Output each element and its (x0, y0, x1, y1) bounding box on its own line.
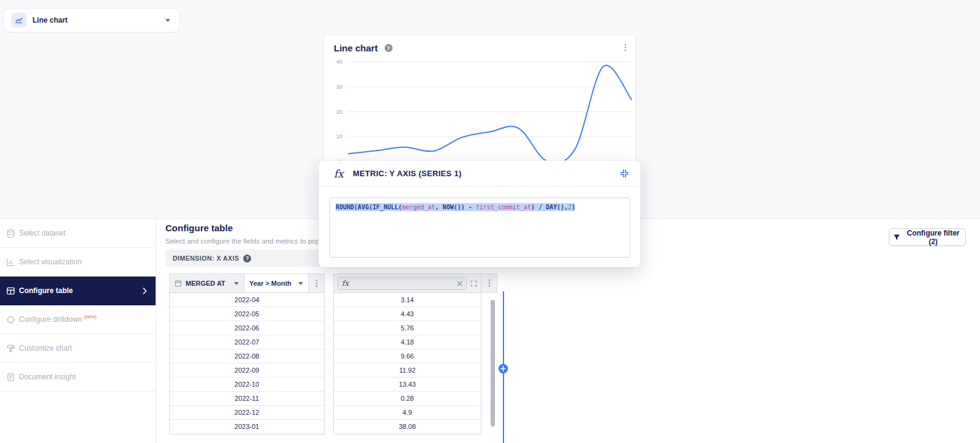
metric-cell: 4.18 (334, 335, 481, 349)
fx-icon: fx (342, 279, 349, 288)
modal-title: METRIC: Y AXIS (SERIES 1) (353, 169, 462, 178)
formula-token: , (435, 204, 443, 210)
metric-table: fx 3.144.435.764.189.6611.9213.430.284.9… (333, 274, 481, 434)
metric-cell: 13.43 (334, 378, 481, 392)
dimension-cell: 2022-09 (170, 363, 324, 378)
page-title: Configure table (165, 223, 233, 233)
chevron-down-icon (234, 282, 239, 285)
metric-cell: 11.92 (334, 363, 481, 378)
svg-text:20: 20 (336, 109, 342, 115)
dimension-cell: 2022-04 (170, 293, 324, 307)
formula-token: first_commit_at (476, 204, 531, 210)
sidebar-item-label: Configure table (19, 286, 73, 295)
sidebar-item-customize-chart[interactable]: Customize chart (0, 334, 156, 363)
add-series-button[interactable] (498, 363, 508, 374)
granularity-label: Year > Month (249, 280, 292, 287)
formula-token: ROUND(AVG(IF_NULL( (336, 204, 402, 210)
metric-cell: 5.76 (334, 321, 481, 335)
drilldown-icon (6, 315, 15, 324)
metric-cell: 4.43 (334, 307, 481, 321)
metric-cell: 9.66 (334, 349, 481, 363)
sidebar-item-label: Select dataset (19, 229, 66, 237)
sidebar-item-select-dataset[interactable]: Select dataset (0, 219, 156, 248)
close-icon[interactable] (457, 281, 462, 286)
dimension-cell: 2022-12 (170, 406, 324, 420)
formula-code-line: ROUND(AVG(IF_NULL(merged_at, NOW()) - fi… (330, 198, 630, 216)
kebab-menu-icon (488, 279, 491, 287)
formula-selected-text: ROUND(AVG(IF_NULL(merged_at, NOW()) - fi… (336, 203, 575, 211)
formula-editor[interactable]: ROUND(AVG(IF_NULL(merged_at, NOW()) - fi… (330, 198, 630, 258)
metric-cell: 0.28 (334, 392, 481, 406)
beta-badge: (beta) (84, 314, 97, 319)
help-icon[interactable]: ? (385, 44, 393, 52)
sidebar-item-configure-table[interactable]: Configure table (0, 277, 156, 305)
filter-icon (893, 234, 900, 241)
sidebar-item-label: Select visualization (19, 258, 81, 266)
metric-formula-modal: fx METRIC: Y AXIS (SERIES 1) ROUND(AVG(I… (318, 160, 641, 267)
metric-cell: 3.14 (334, 293, 481, 307)
dimension-field-label: MERGED AT (186, 280, 225, 287)
page-subtitle: Select and configure the fields and metr… (165, 237, 344, 245)
paint-roller-icon (6, 344, 15, 353)
dimension-field-dropdown[interactable]: MERGED AT (170, 274, 244, 292)
formula-token: ) (571, 204, 575, 210)
chevron-right-icon (143, 288, 147, 294)
dimension-cell: 2022-08 (170, 349, 324, 363)
metric-cell: 38.08 (334, 420, 481, 434)
dimension-cell: 2022-10 (170, 378, 324, 392)
metric-column-menu[interactable] (481, 274, 497, 292)
dimension-cell: 2022-11 (170, 392, 324, 406)
metric-formula-input[interactable]: fx (337, 277, 467, 290)
svg-text:30: 30 (336, 84, 342, 90)
dimension-cell: 2023-01 (170, 420, 324, 434)
dimension-section-label: DIMENSION: X AXIS (173, 255, 239, 262)
help-icon[interactable]: ? (243, 255, 251, 262)
chart-title: Line chart (334, 43, 378, 53)
compress-icon[interactable] (620, 169, 629, 178)
sidebar-item-select-visualization[interactable]: Select visualization (0, 248, 156, 277)
sidebar-item-configure-drilldown[interactable]: Configure drilldown(beta) (0, 305, 156, 334)
dimension-table: MERGED AT Year > Month 2022-042022-05202… (169, 274, 325, 434)
line-chart-icon (12, 13, 26, 28)
chevron-down-icon (298, 282, 303, 285)
visualization-selector-label: Line chart (32, 16, 67, 24)
formula-token: ) / DAY(), (531, 204, 568, 210)
database-icon (6, 229, 15, 238)
dimension-column-menu[interactable] (309, 274, 324, 292)
dimension-rows: 2022-042022-052022-062022-072022-082022-… (170, 293, 324, 434)
kebab-menu-icon (315, 280, 318, 288)
formula-token: merged_at (402, 204, 435, 210)
line-chart-plot: 010203040 (324, 57, 636, 166)
sidebar: Select datasetSelect visualizationConfig… (0, 219, 156, 443)
svg-text:40: 40 (336, 59, 342, 65)
svg-text:10: 10 (336, 133, 342, 140)
dimension-cell: 2022-05 (170, 307, 324, 321)
metric-table-header: fx (334, 274, 481, 293)
sidebar-item-document-insight[interactable]: Document insight (0, 363, 156, 392)
kebab-menu-icon[interactable] (622, 42, 629, 55)
sidebar-item-label: Document insight (19, 373, 76, 381)
expand-icon[interactable] (470, 280, 477, 287)
bar-chart-icon (6, 258, 15, 267)
sidebar-item-label: Customize chart (19, 344, 72, 352)
calendar-icon (175, 280, 182, 287)
table-scrollbar[interactable] (491, 300, 495, 426)
document-icon (6, 373, 15, 382)
metric-cell: 4.9 (334, 406, 481, 420)
dimension-cell: 2022-06 (170, 321, 324, 335)
metric-rows: 3.144.435.764.189.6611.9213.430.284.938.… (334, 293, 481, 434)
formula-token: NOW()) - (443, 204, 476, 210)
chart-card-header: Line chart ? (324, 35, 635, 53)
visualization-selector[interactable]: Line chart (4, 8, 179, 32)
configure-filter-button[interactable]: Configure filter (2) (889, 228, 966, 246)
dimension-cell: 2022-07 (170, 335, 324, 349)
configure-filter-label: Configure filter (2) (905, 229, 962, 246)
dimension-table-header: MERGED AT Year > Month (170, 274, 324, 293)
granularity-dropdown[interactable]: Year > Month (244, 274, 309, 292)
modal-header: fx METRIC: Y AXIS (SERIES 1) (319, 161, 640, 187)
table-icon (6, 286, 15, 296)
chevron-down-icon (165, 19, 170, 22)
fx-icon: fx (334, 168, 344, 180)
sidebar-item-label: Configure drilldown (19, 315, 82, 324)
